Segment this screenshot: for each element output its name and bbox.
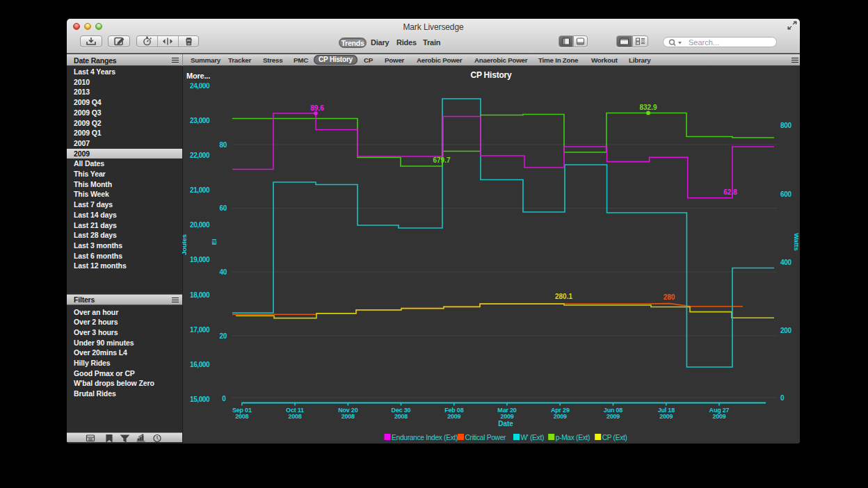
svg-text:Watts: Watts xyxy=(793,233,800,251)
svg-text:679.7: 679.7 xyxy=(433,156,450,164)
svg-text:19,000: 19,000 xyxy=(190,256,210,263)
svg-text:0: 0 xyxy=(780,394,785,402)
svg-text:Sep 01: Sep 01 xyxy=(232,407,252,414)
svg-text:2009: 2009 xyxy=(659,413,673,420)
svg-text:Date: Date xyxy=(498,420,513,428)
svg-text:20,000: 20,000 xyxy=(190,221,210,229)
svg-text:2008: 2008 xyxy=(235,413,248,420)
svg-text:89.6: 89.6 xyxy=(310,104,324,112)
svg-text:600: 600 xyxy=(780,190,792,198)
svg-text:W' (Ext): W' (Ext) xyxy=(521,434,544,441)
svg-text:17,000: 17,000 xyxy=(190,326,210,334)
svg-text:24,000: 24,000 xyxy=(190,82,210,90)
svg-text:60: 60 xyxy=(219,204,227,212)
svg-text:62.8: 62.8 xyxy=(723,188,737,196)
svg-text:15,000: 15,000 xyxy=(190,396,210,403)
svg-text:80: 80 xyxy=(219,141,227,149)
svg-text:2008: 2008 xyxy=(288,413,301,420)
svg-text:CP History: CP History xyxy=(470,70,512,80)
svg-text:16,000: 16,000 xyxy=(190,361,210,368)
svg-text:Feb 08: Feb 08 xyxy=(444,407,464,414)
svg-text:2009: 2009 xyxy=(712,413,725,420)
svg-text:22,000: 22,000 xyxy=(190,152,210,159)
svg-text:2009: 2009 xyxy=(447,413,460,420)
svg-text:Joules: Joules xyxy=(182,234,188,255)
svg-text:23,000: 23,000 xyxy=(190,117,210,124)
svg-text:2009: 2009 xyxy=(606,413,620,420)
svg-text:Endurance Index (Ext): Endurance Index (Ext) xyxy=(392,434,458,441)
svg-text:Critical Power: Critical Power xyxy=(465,434,507,441)
svg-text:Jun 08: Jun 08 xyxy=(604,407,623,414)
svg-text:40: 40 xyxy=(219,268,227,276)
svg-text:Nov 20: Nov 20 xyxy=(338,407,358,414)
svg-text:21,000: 21,000 xyxy=(190,186,210,194)
svg-text:2008: 2008 xyxy=(341,413,355,420)
svg-text:Apr 29: Apr 29 xyxy=(551,407,570,414)
svg-text:Jul 18: Jul 18 xyxy=(658,407,675,414)
svg-text:p-Max (Ext): p-Max (Ext) xyxy=(556,434,590,441)
svg-text:CP (Ext): CP (Ext) xyxy=(602,434,627,441)
svg-text:EI: EI xyxy=(210,239,218,245)
svg-text:18,000: 18,000 xyxy=(190,291,210,299)
svg-text:200: 200 xyxy=(780,327,792,334)
svg-text:832.9: 832.9 xyxy=(639,104,657,111)
svg-text:280.1: 280.1 xyxy=(555,293,572,300)
svg-text:400: 400 xyxy=(780,259,792,266)
svg-text:2009: 2009 xyxy=(500,413,513,420)
svg-text:Oct 11: Oct 11 xyxy=(286,407,304,414)
svg-text:2009: 2009 xyxy=(554,413,567,420)
svg-text:280: 280 xyxy=(664,293,675,301)
svg-text:Dec 30: Dec 30 xyxy=(392,407,411,414)
svg-text:Mar 20: Mar 20 xyxy=(497,407,517,414)
svg-text:0: 0 xyxy=(222,395,226,402)
svg-text:2008: 2008 xyxy=(394,413,408,420)
svg-text:20: 20 xyxy=(219,332,227,340)
svg-text:800: 800 xyxy=(780,122,792,129)
svg-text:Aug 27: Aug 27 xyxy=(709,407,730,414)
svg-text:More...: More... xyxy=(186,72,210,80)
